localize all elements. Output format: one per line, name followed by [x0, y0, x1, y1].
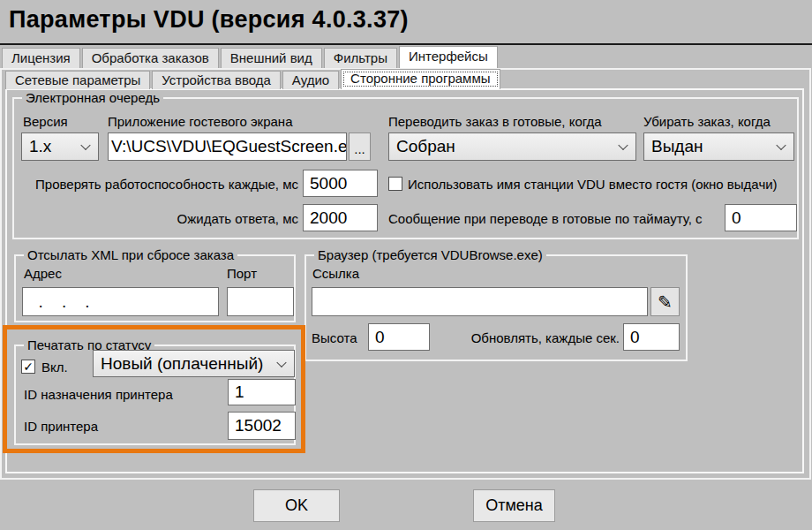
version-label: Версия: [23, 114, 68, 129]
remove-when-select[interactable]: Выдан: [643, 132, 794, 161]
remove-when-select-value: Выдан: [651, 137, 703, 156]
ready-when-select-value: Собран: [396, 137, 455, 156]
healthcheck-label: Проверять работоспособность каждые, мс: [23, 177, 298, 192]
address-label: Адрес: [24, 266, 62, 281]
browser-group-title: Браузер (требуется VDUBrowse.exe): [314, 247, 546, 262]
tab-appearance[interactable]: Внешний вид: [221, 48, 322, 68]
use-station-name-checkbox[interactable]: [388, 177, 402, 191]
tab-network-params[interactable]: Сетевые параметры: [5, 71, 150, 89]
height-input[interactable]: 0: [368, 323, 430, 351]
version-select[interactable]: 1.x: [21, 132, 99, 161]
tab-order-processing[interactable]: Обработка заказов: [82, 48, 219, 68]
edit-link-button[interactable]: ✎: [650, 287, 680, 316]
print-status-select[interactable]: Новый (оплаченный): [93, 350, 295, 377]
use-station-name-label: Использовать имя станции VDU вместо гост…: [408, 177, 778, 192]
printer-id-input[interactable]: 15002: [228, 412, 296, 440]
timeout-msg-input[interactable]: 0: [725, 204, 797, 231]
tab-license[interactable]: Лицензия: [2, 48, 80, 68]
healthcheck-input[interactable]: 5000: [303, 170, 378, 197]
link-label: Ссылка: [312, 266, 359, 281]
electronic-queue-group-title: Электронная очередь: [22, 90, 163, 105]
tab-filters[interactable]: Фильтры: [324, 48, 397, 68]
ready-when-select[interactable]: Собран: [388, 132, 636, 161]
timeout-msg-label: Сообщение при переводе в готовые по тайм…: [388, 211, 703, 226]
remove-when-label: Убирать заказ, когда: [643, 114, 771, 129]
wait-reply-input[interactable]: 2000: [303, 204, 378, 231]
pencil-icon: ✎: [658, 292, 673, 313]
refresh-label: Обновлять, каждые сек.: [441, 330, 620, 345]
vdu-settings-dialog: Параметры VDU (версия 4.0.3.37) Лицензия…: [0, 0, 812, 530]
port-input[interactable]: [227, 287, 294, 316]
chevron-down-icon: [80, 140, 90, 150]
main-tab-strip: Лицензия Обработка заказов Внешний вид Ф…: [2, 46, 498, 68]
title-divider: [0, 43, 812, 45]
printer-dest-label: ID назначения принтера: [24, 387, 173, 402]
sub-tab-strip: Сетевые параметры Устройства ввода Аудио…: [5, 69, 500, 89]
cancel-button[interactable]: Отмена: [473, 489, 555, 522]
chevron-down-icon: [776, 140, 786, 150]
port-label: Порт: [227, 266, 257, 281]
address-input[interactable]: . . .: [22, 287, 219, 316]
guest-app-path-input[interactable]: V:\UCS\VDU\EQGuestScreen.ex: [108, 132, 347, 161]
tab-audio[interactable]: Аудио: [282, 71, 339, 89]
refresh-input[interactable]: 0: [623, 323, 680, 351]
printer-id-label: ID принтера: [24, 419, 98, 434]
chevron-down-icon: [276, 357, 286, 367]
link-input[interactable]: [312, 287, 648, 316]
tab-third-party[interactable]: Сторонние программы: [341, 69, 500, 89]
tab-input-devices[interactable]: Устройства ввода: [152, 71, 281, 89]
print-status-select-value: Новый (оплаченный): [101, 354, 263, 374]
print-enabled-checkbox[interactable]: [21, 360, 35, 374]
print-enabled-label: Вкл.: [41, 360, 68, 375]
wait-reply-label: Ожидать ответа, мс: [23, 211, 298, 226]
chevron-down-icon: [618, 140, 628, 150]
tab-interfaces[interactable]: Интерфейсы: [399, 46, 498, 68]
version-select-value: 1.x: [29, 137, 51, 156]
window-title: Параметры VDU (версия 4.0.3.37): [9, 6, 409, 34]
printer-dest-input[interactable]: 1: [228, 379, 296, 405]
ready-when-label: Переводить заказ в готовые, когда: [388, 114, 602, 129]
height-label: Высота: [312, 330, 357, 345]
guest-app-label: Приложение гостевого экрана: [108, 114, 293, 129]
browse-button[interactable]: ...: [349, 132, 371, 161]
xml-reset-group-title: Отсылать XML при сбросе заказа: [24, 247, 237, 262]
ok-button[interactable]: OK: [253, 489, 340, 522]
